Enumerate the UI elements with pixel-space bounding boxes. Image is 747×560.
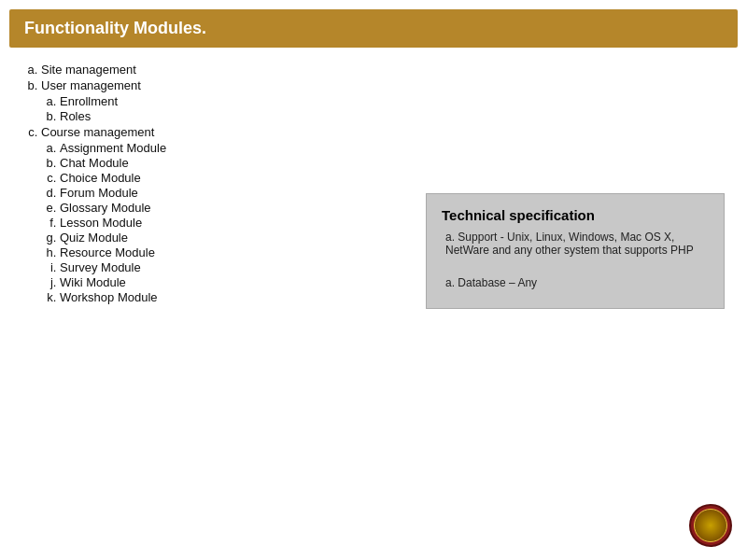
technical-specification-box: Technical specification a. Support - Uni… — [426, 193, 725, 309]
logo-inner — [694, 509, 727, 542]
list-item-user-management: User management Enrollment Roles — [41, 78, 416, 123]
list-item-forum-module: Forum Module — [60, 186, 416, 200]
list-item-site-management: Site management — [41, 63, 416, 77]
list-item-glossary-module: Glossary Module — [60, 201, 416, 215]
logo-area — [689, 504, 736, 551]
user-management-sublist: Enrollment Roles — [41, 94, 416, 123]
header-bar: Functionality Modules. — [9, 9, 738, 48]
list-item-wiki-module: Wiki Module — [60, 275, 416, 289]
logo-circle — [689, 504, 732, 547]
list-item-enrollment: Enrollment — [60, 94, 416, 108]
list-item-lesson-module: Lesson Module — [60, 216, 416, 230]
main-list: Site management User management Enrollme… — [22, 63, 416, 304]
technical-specification-title: Technical specification — [442, 207, 709, 223]
list-item-resource-module: Resource Module — [60, 245, 416, 259]
course-management-sublist: Assignment Module Chat Module Choice Mod… — [41, 141, 416, 304]
list-item-assignment-module: Assignment Module — [60, 141, 416, 155]
list-item-quiz-module: Quiz Module — [60, 231, 416, 245]
main-content: Site management User management Enrollme… — [0, 57, 747, 315]
list-item-workshop-module: Workshop Module — [60, 290, 416, 304]
list-item-course-management: Course management Assignment Module Chat… — [41, 125, 416, 304]
page-title: Functionality Modules. — [24, 19, 723, 38]
list-item-choice-module: Choice Module — [60, 171, 416, 185]
tech-item-database: a. Database – Any — [442, 276, 709, 289]
list-item-chat-module: Chat Module — [60, 156, 416, 170]
list-item-roles: Roles — [60, 109, 416, 123]
list-item-survey-module: Survey Module — [60, 260, 416, 274]
left-section: Site management User management Enrollme… — [22, 63, 426, 308]
tech-item-support: a. Support - Unix, Linux, Windows, Mac O… — [442, 231, 709, 257]
